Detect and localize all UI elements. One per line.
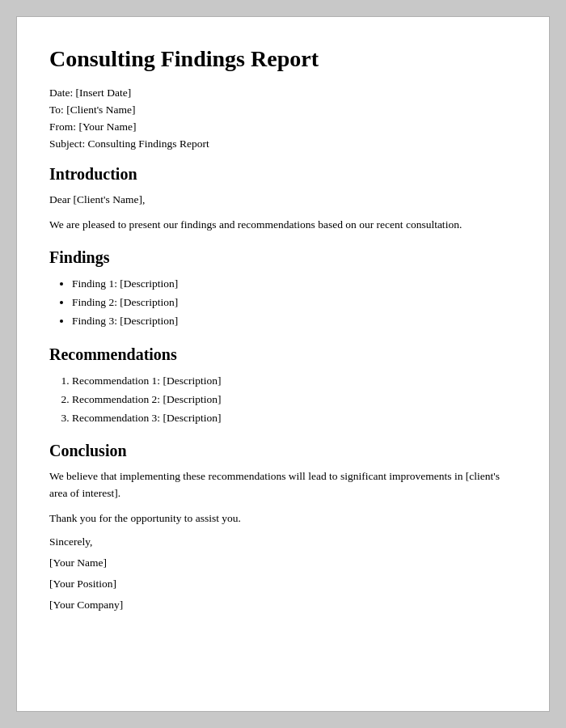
conclusion-heading: Conclusion: [49, 442, 517, 460]
list-item: Finding 2: [Description]: [72, 294, 517, 312]
meta-block: Date: [Insert Date] To: [Client's Name] …: [49, 87, 517, 150]
signature-closing: Sincerely,: [49, 535, 517, 548]
conclusion-body2: Thank you for the opportunity to assist …: [49, 510, 517, 527]
meta-subject: Subject: Consulting Findings Report: [49, 138, 517, 150]
signature-block: Sincerely, [Your Name] [Your Position] […: [49, 535, 517, 612]
list-item: Finding 1: [Description]: [72, 275, 517, 294]
meta-date: Date: [Insert Date]: [49, 87, 517, 99]
list-item: Recommendation 2: [Description]: [72, 391, 517, 409]
introduction-heading: Introduction: [49, 165, 517, 184]
list-item: Finding 3: [Description]: [72, 312, 517, 331]
list-item: Recommendation 3: [Description]: [72, 409, 517, 428]
signature-position: [Your Position]: [49, 578, 517, 590]
conclusion-body1: We believe that implementing these recom…: [49, 468, 517, 502]
meta-from: From: [Your Name]: [49, 121, 517, 133]
recommendations-heading: Recommendations: [49, 345, 517, 364]
signature-name: [Your Name]: [49, 557, 517, 569]
list-item: Recommendation 1: [Description]: [72, 372, 517, 391]
introduction-greeting: Dear [Client's Name],: [49, 192, 517, 209]
meta-to: To: [Client's Name]: [49, 104, 517, 116]
signature-company: [Your Company]: [49, 599, 517, 612]
page-container: Consulting Findings Report Date: [Insert…: [16, 16, 550, 712]
findings-heading: Findings: [49, 248, 517, 267]
findings-list: Finding 1: [Description] Finding 2: [Des…: [72, 275, 517, 331]
report-title: Consulting Findings Report: [49, 46, 517, 72]
recommendations-list: Recommendation 1: [Description] Recommen…: [72, 372, 517, 428]
introduction-body: We are pleased to present our findings a…: [49, 217, 517, 234]
